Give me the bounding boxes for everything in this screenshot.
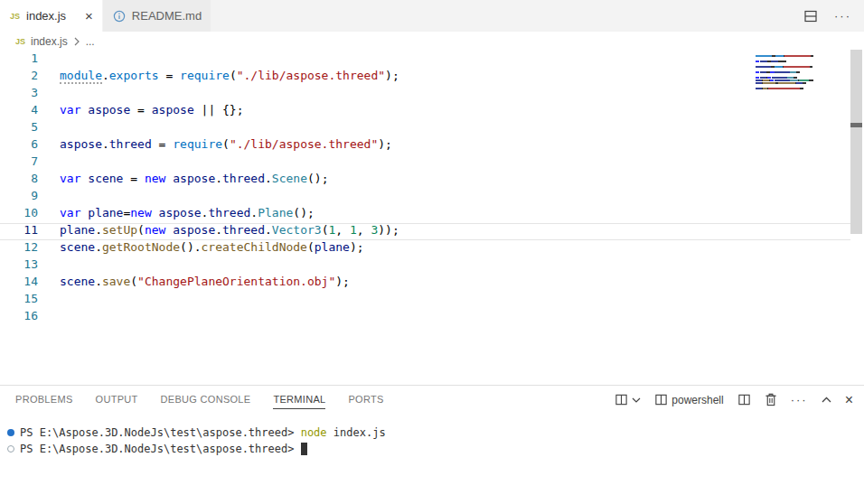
code-line[interactable]: 16 xyxy=(0,309,850,326)
line-number: 14 xyxy=(0,275,38,292)
line-number: 11 xyxy=(0,223,38,240)
tab-index-js[interactable]: JS index.js × xyxy=(0,0,103,32)
code-line[interactable]: 1 xyxy=(0,51,850,69)
minimap-line xyxy=(756,61,786,62)
panel-tab-output[interactable]: OUTPUT xyxy=(96,391,138,409)
code-line[interactable]: 7 xyxy=(0,154,850,172)
more-actions-icon[interactable]: ··· xyxy=(834,9,851,23)
code-line[interactable]: 6aspose.threed = require("./lib/aspose.t… xyxy=(0,137,850,154)
panel-header: PROBLEMS OUTPUT DEBUG CONSOLE TERMINAL P… xyxy=(0,386,864,414)
code-text: scene.getRootNode().createChildNode(plan… xyxy=(38,240,364,257)
line-number: 5 xyxy=(0,120,38,137)
code-line[interactable]: 11plane.setUp(new aspose.threed.Vector3(… xyxy=(0,223,850,240)
minimap-line xyxy=(756,77,797,79)
line-number: 7 xyxy=(0,154,38,172)
tab-bar: JS index.js × README.md ··· xyxy=(0,0,864,32)
minimap-line xyxy=(756,71,800,73)
minimap-line xyxy=(756,82,806,84)
scrollbar-overview-mark xyxy=(850,123,862,127)
split-terminal-icon[interactable] xyxy=(737,393,751,406)
code-line[interactable]: 15 xyxy=(0,292,850,309)
terminal-text: node xyxy=(301,426,327,439)
minimap-line xyxy=(756,88,803,89)
code-line[interactable]: 9 xyxy=(0,189,850,206)
panel-actions: powershell ··· × xyxy=(615,393,853,407)
code-text xyxy=(38,51,60,69)
code-text: var aspose = aspose || {}; xyxy=(38,103,244,120)
code-line[interactable]: 5 xyxy=(0,120,850,137)
code-text: scene.save("ChangePlaneOrientation.obj")… xyxy=(38,275,350,292)
breadcrumb-file[interactable]: index.js xyxy=(31,35,68,48)
line-number: 13 xyxy=(0,257,38,275)
code-line[interactable]: 4var aspose = aspose || {}; xyxy=(0,103,850,120)
editor-scrollbar[interactable] xyxy=(850,50,862,234)
line-number: 2 xyxy=(0,69,38,86)
line-number: 3 xyxy=(0,86,38,103)
code-line[interactable]: 8var scene = new aspose.threed.Scene(); xyxy=(0,172,850,189)
chevron-down-icon xyxy=(632,397,641,403)
tab-readme-md[interactable]: README.md xyxy=(103,0,211,32)
terminal-cursor xyxy=(301,443,307,455)
line-number: 9 xyxy=(0,189,38,206)
code-area: 12module.exports = require("./lib/aspose… xyxy=(0,51,850,326)
code-text: plane.setUp(new aspose.threed.Vector3(1,… xyxy=(38,223,399,240)
js-file-icon: JS xyxy=(10,12,20,21)
code-line[interactable]: 12scene.getRootNode().createChildNode(pl… xyxy=(0,240,850,257)
code-text: var scene = new aspose.threed.Scene(); xyxy=(38,172,328,189)
maximize-panel-icon[interactable] xyxy=(822,397,831,403)
line-number: 16 xyxy=(0,309,38,326)
line-number: 8 xyxy=(0,172,38,189)
close-icon[interactable]: × xyxy=(85,9,93,23)
info-icon xyxy=(113,10,126,23)
code-editor[interactable]: 12module.exports = require("./lib/aspose… xyxy=(0,51,864,385)
terminal-text: PS E:\Aspose.3D.NodeJs\test\aspose.three… xyxy=(20,443,301,455)
code-line[interactable]: 3 xyxy=(0,86,850,103)
terminal-text: index.js xyxy=(327,426,386,439)
code-text xyxy=(38,120,60,137)
code-line[interactable]: 14scene.save("ChangePlaneOrientation.obj… xyxy=(0,275,850,292)
command-decoration-icon[interactable] xyxy=(7,429,14,436)
code-text xyxy=(38,309,60,326)
minimap-line xyxy=(756,55,813,57)
editor-actions: ··· xyxy=(803,0,864,32)
panel-tab-debug-console[interactable]: DEBUG CONSOLE xyxy=(161,391,251,409)
breadcrumb: JS index.js ... xyxy=(0,32,864,51)
close-panel-icon[interactable]: × xyxy=(845,393,853,407)
terminal-text: PS E:\Aspose.3D.NodeJs\test\aspose.three… xyxy=(20,426,301,439)
panel-tab-terminal[interactable]: TERMINAL xyxy=(273,391,325,409)
trash-icon[interactable] xyxy=(765,393,777,406)
code-text xyxy=(38,257,60,275)
terminal-line: PS E:\Aspose.3D.NodeJs\test\aspose.three… xyxy=(0,425,864,441)
split-editor-icon[interactable] xyxy=(803,9,818,23)
tab-label: index.js xyxy=(26,9,66,23)
minimap-line xyxy=(756,66,812,68)
panel-tab-problems[interactable]: PROBLEMS xyxy=(15,391,73,409)
prompt-decoration-icon[interactable] xyxy=(7,445,14,453)
vscode-window: JS index.js × README.md ··· JS index.js … xyxy=(0,0,864,504)
code-text: var plane=new aspose.threed.Plane(); xyxy=(38,206,315,223)
terminal-instance-item[interactable]: powershell xyxy=(654,393,723,406)
terminal-profile-label: powershell xyxy=(671,394,723,406)
code-text: module.exports = require("./lib/aspose.t… xyxy=(38,69,399,86)
code-line[interactable]: 13 xyxy=(0,257,850,275)
code-line[interactable]: 2module.exports = require("./lib/aspose.… xyxy=(0,69,850,86)
terminal-panel-icon xyxy=(654,393,668,406)
line-number: 12 xyxy=(0,240,38,257)
launch-profile-button[interactable] xyxy=(615,393,641,406)
tab-label: README.md xyxy=(132,9,202,23)
code-text xyxy=(38,86,60,103)
panel-tabs: PROBLEMS OUTPUT DEBUG CONSOLE TERMINAL P… xyxy=(15,391,384,409)
minimap[interactable] xyxy=(756,51,846,385)
line-number: 10 xyxy=(0,206,38,223)
line-number: 4 xyxy=(0,103,38,120)
chevron-right-icon xyxy=(73,37,80,46)
terminal-output[interactable]: PS E:\Aspose.3D.NodeJs\test\aspose.three… xyxy=(0,414,864,457)
panel-tab-ports[interactable]: PORTS xyxy=(348,391,383,409)
more-actions-icon[interactable]: ··· xyxy=(791,393,808,406)
breadcrumb-symbol[interactable]: ... xyxy=(86,35,95,48)
code-line[interactable]: 10var plane=new aspose.threed.Plane(); xyxy=(0,206,850,223)
line-number: 1 xyxy=(0,51,38,69)
code-text xyxy=(38,292,60,309)
terminal-line: PS E:\Aspose.3D.NodeJs\test\aspose.three… xyxy=(0,441,864,457)
code-text xyxy=(38,189,60,206)
